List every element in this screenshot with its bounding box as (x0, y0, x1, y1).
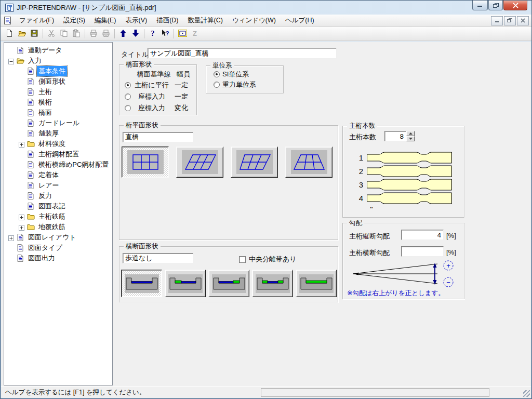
road-only-section-icon (125, 274, 159, 293)
tree-item-11[interactable]: 横桁横締めPC鋼材配置 (4, 159, 112, 170)
maximize-button[interactable] (488, 1, 503, 10)
bridge-surface-option-1[interactable]: 座標入力一定 (119, 91, 196, 102)
tree-indent (8, 48, 15, 54)
girder-count-input[interactable] (384, 131, 406, 141)
tree-item-4[interactable]: 主桁 (4, 87, 112, 97)
bridge-surface-option-2[interactable]: 座標入力変化 (119, 102, 196, 114)
tree-item-16[interactable]: 主桁鉄筋 (4, 211, 112, 222)
tree-indent (19, 89, 25, 95)
expand-icon[interactable] (19, 214, 25, 220)
expand-icon[interactable] (19, 224, 25, 230)
tree-item-15[interactable]: 図面表記 (4, 201, 112, 211)
median-strip-checkbox[interactable] (239, 256, 246, 263)
bridge-surface-option-0[interactable]: 主桁に平行一定 (119, 79, 196, 91)
tree-item-20[interactable]: 図面出力 (4, 253, 112, 263)
slope-sign-diagram: + − (348, 259, 458, 290)
tree-item-7[interactable]: ガードレール (4, 118, 112, 128)
close-button[interactable] (503, 1, 527, 10)
plan-shape-button-skew-right[interactable] (231, 147, 278, 178)
mdi-minimize-button[interactable] (491, 16, 503, 25)
tree-item-6[interactable]: 橋面 (4, 108, 112, 118)
expand-icon[interactable] (8, 235, 15, 241)
menu-item-0[interactable]: ファイル(F) (15, 15, 59, 26)
move-down-button[interactable] (129, 28, 142, 40)
tree-item-17[interactable]: 地覆鉄筋 (4, 222, 112, 232)
menu-item-6[interactable]: ウィンドウ(W) (228, 15, 281, 26)
radio-button[interactable] (214, 82, 220, 88)
spin-down-button[interactable] (406, 136, 415, 141)
toolbar-separator (85, 29, 85, 38)
option-width-value: 一定 (172, 81, 188, 90)
plan-shape-button-taper[interactable] (285, 147, 332, 178)
tree-item-8[interactable]: 舗装厚 (4, 128, 112, 139)
plan-shape-button-straight[interactable] (122, 147, 169, 178)
cross-section-button-walk-left[interactable] (165, 270, 206, 297)
girder-row-1: 1 (356, 152, 452, 164)
plan-shape-button-skew-parallel[interactable] (176, 147, 223, 178)
open-button[interactable] (16, 28, 28, 40)
tree-item-12[interactable]: 定着体 (4, 170, 112, 180)
tree-item-19[interactable]: 図面タイプ (4, 243, 112, 253)
unit-option-1[interactable]: 重力単位系 (206, 79, 283, 90)
tree-indent (19, 100, 25, 105)
cross-section-button-walk-right[interactable] (208, 270, 249, 297)
tree-indent (19, 69, 25, 74)
tree-item-13[interactable]: レアー (4, 180, 112, 191)
menu-item-4[interactable]: 描画(D) (152, 15, 183, 26)
tree-item-14[interactable]: 反力 (4, 191, 112, 201)
mdi-close-button[interactable] (517, 16, 529, 25)
walk-right-section-icon (212, 274, 246, 293)
tree-label: 横桁横締めPC鋼材配置 (37, 159, 110, 170)
minimize-button[interactable] (472, 1, 488, 10)
tree-item-10[interactable]: 主桁鋼材配置 (4, 149, 112, 159)
document-icon (26, 161, 35, 169)
tree-indent (19, 183, 25, 189)
resize-grip[interactable] (523, 390, 530, 397)
cross-section-button-walk-full[interactable] (296, 270, 337, 297)
menu-item-5[interactable]: 数量計算(C) (183, 15, 228, 26)
cross-section-button-road-only[interactable] (121, 270, 162, 297)
radio-button[interactable] (125, 105, 131, 111)
cross-section-button-walk-both[interactable] (252, 270, 293, 297)
tree-item-3[interactable]: 側面形状 (4, 76, 112, 87)
document-icon (26, 67, 35, 75)
slope-legend: 勾配 (347, 219, 364, 228)
menu-item-2[interactable]: 編集(E) (90, 15, 121, 26)
tree-item-1[interactable]: 入力 (4, 56, 112, 66)
menu-item-1[interactable]: 設定(S) (59, 15, 90, 26)
toolbar-separator (144, 29, 144, 38)
help-button[interactable]: ? (147, 28, 159, 40)
document-icon[interactable] (3, 16, 12, 25)
expand-icon[interactable] (19, 141, 25, 147)
radio-button[interactable] (214, 71, 220, 77)
save-button[interactable] (28, 28, 41, 40)
status-text: ヘルプを表示するには [F1] を押してください。 (5, 388, 145, 397)
spin-up-button[interactable] (406, 131, 415, 136)
girder-row-4: 4 (356, 192, 452, 204)
tree-item-0[interactable]: 連動データ (4, 45, 112, 56)
title-input[interactable] (148, 48, 337, 59)
context-help-button[interactable]: ? (159, 28, 171, 40)
girder-number: 2 (356, 167, 366, 176)
new-button[interactable] (3, 28, 16, 40)
menu-item-7[interactable]: ヘルプ(H) (281, 15, 319, 26)
collapse-icon[interactable] (8, 58, 15, 64)
tree-label: レアー (37, 180, 61, 191)
tree-indent (8, 245, 15, 251)
radio-button[interactable] (125, 94, 131, 100)
unit-option-0[interactable]: SI単位系 (206, 69, 283, 79)
longitudinal-slope-input[interactable] (401, 230, 444, 240)
median-strip-label: 中央分離帯あり (249, 255, 297, 264)
tree-item-9[interactable]: 材料強度 (4, 139, 112, 149)
tree-item-18[interactable]: 図面レイアウト (4, 232, 112, 243)
move-up-button[interactable] (117, 28, 129, 40)
title-field-label: タイトル (121, 50, 149, 59)
window-view-button[interactable] (176, 28, 189, 40)
mdi-restore-button[interactable] (504, 16, 516, 25)
toolbar-separator (43, 29, 43, 38)
tree-item-2[interactable]: 基本条件 (4, 66, 112, 76)
radio-button[interactable] (125, 82, 131, 88)
tree-item-5[interactable]: 横桁 (4, 97, 112, 108)
transverse-slope-input[interactable] (401, 246, 444, 257)
menu-item-3[interactable]: 表示(V) (121, 15, 152, 26)
